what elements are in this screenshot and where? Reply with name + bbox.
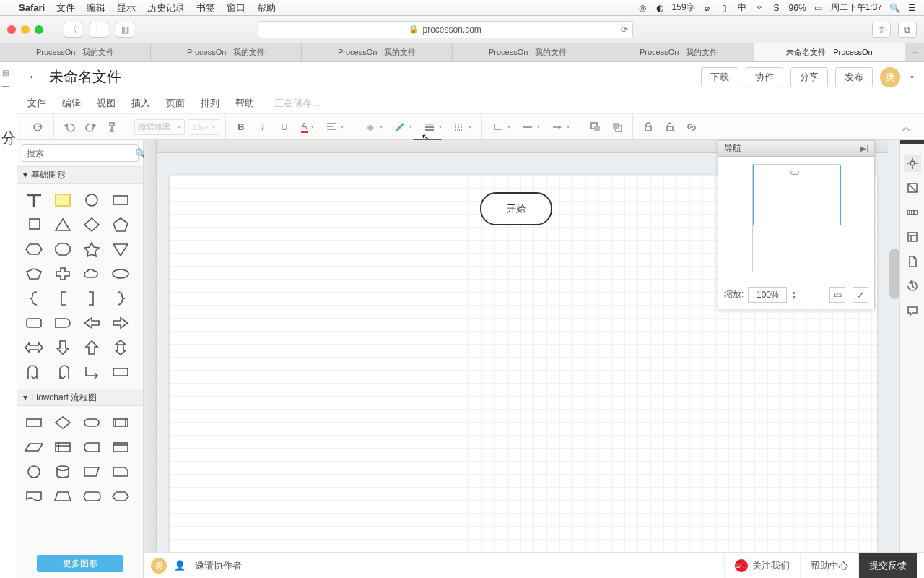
battery-status[interactable]: 96% <box>789 3 806 13</box>
battery-icon[interactable]: ▭ <box>814 3 824 13</box>
close-window-icon[interactable] <box>7 25 16 34</box>
sidebar-button[interactable]: ▥ <box>116 22 134 38</box>
menu-icon[interactable]: ☰ <box>907 3 917 13</box>
new-tab-button[interactable]: ＋ <box>905 43 924 61</box>
status-icon-2[interactable]: ◐ <box>655 3 665 13</box>
app-name[interactable]: Safari <box>19 2 45 13</box>
window-controls[interactable] <box>7 25 43 34</box>
sogou-icon[interactable]: S <box>772 3 782 13</box>
status-icon-3[interactable]: ⌀ <box>702 3 712 13</box>
browser-tab[interactable]: ProcessOn - 我的文件 <box>0 43 151 61</box>
mac-menu-edit[interactable]: 编辑 <box>87 1 105 14</box>
status-icon-1[interactable]: ◎ <box>637 3 648 13</box>
mic-icon[interactable]: ▯ <box>720 3 730 13</box>
mac-menubar: Safari 文件 编辑 显示 历史记录 书签 窗口 帮助 ◎ ◐ 159字 ⌀… <box>0 0 924 16</box>
browser-tab-active[interactable]: 未命名文件 - ProcessOn <box>754 43 905 61</box>
browser-tab[interactable]: ProcessOn - 我的文件 <box>603 43 754 61</box>
mac-menu-view[interactable]: 显示 <box>117 1 136 14</box>
back-button[interactable]: 〈 <box>64 22 82 38</box>
forward-button[interactable]: 〉 <box>90 22 108 38</box>
browser-tabs: ProcessOn - 我的文件 ProcessOn - 我的文件 Proces… <box>0 43 924 62</box>
spotlight-icon[interactable]: 🔍 <box>889 3 899 13</box>
browser-toolbar: 〈 〉 ▥ 🔒 processon.com ⟳ ⇪ ⧉ <box>0 16 924 43</box>
ime-icon[interactable]: 中 <box>737 3 747 13</box>
share-button[interactable]: ⇪ <box>872 22 891 38</box>
url-host: processon.com <box>422 25 481 35</box>
address-bar[interactable]: 🔒 processon.com ⟳ <box>258 21 633 38</box>
zoom-window-icon[interactable] <box>35 25 43 34</box>
clock[interactable]: 周二下午1:37 <box>831 1 882 14</box>
mac-menu-help[interactable]: 帮助 <box>257 1 276 14</box>
mac-menu-file[interactable]: 文件 <box>56 1 75 14</box>
browser-tab[interactable]: ProcessOn - 我的文件 <box>453 43 603 61</box>
reload-icon[interactable]: ⟳ <box>621 25 628 35</box>
lock-icon: 🔒 <box>409 25 419 34</box>
wifi-icon[interactable]: ⌔ <box>754 3 764 13</box>
mac-menu-window[interactable]: 窗口 <box>227 1 245 14</box>
browser-tab[interactable]: ProcessOn - 我的文件 <box>302 43 453 61</box>
mac-menu-bookmarks[interactable]: 书签 <box>196 1 215 14</box>
ime-status[interactable]: 159字 <box>672 1 695 14</box>
minimize-window-icon[interactable] <box>21 25 30 34</box>
mac-menu-history[interactable]: 历史记录 <box>147 1 185 14</box>
browser-tab[interactable]: ProcessOn - 我的文件 <box>151 43 302 61</box>
tabs-button[interactable]: ⧉ <box>898 22 917 38</box>
